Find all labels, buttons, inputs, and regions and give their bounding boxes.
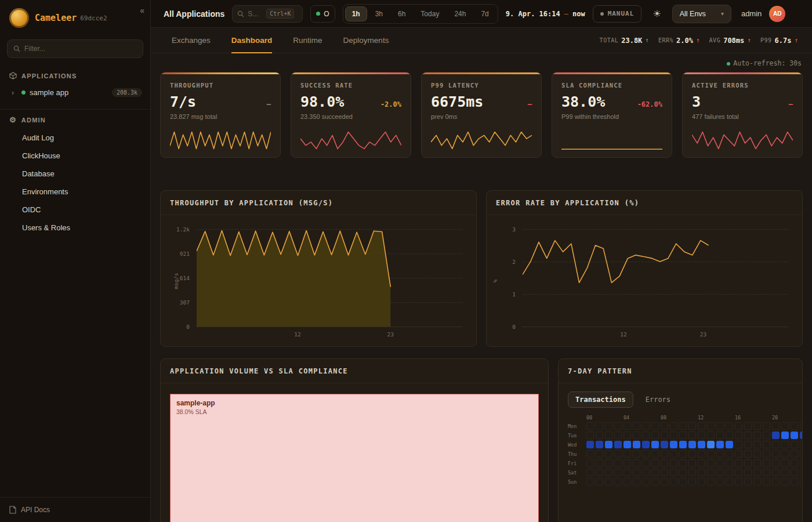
heatmap-cell[interactable] — [698, 422, 705, 430]
heatmap-cell[interactable] — [633, 432, 640, 439]
heatmap-cell[interactable] — [753, 469, 761, 476]
heatmap-cell[interactable] — [735, 432, 742, 439]
heatmap-cell[interactable] — [726, 469, 733, 476]
heatmap-cell[interactable] — [753, 478, 761, 485]
heatmap-cell[interactable] — [735, 469, 742, 476]
live-status-pill[interactable]: O — [310, 5, 335, 23]
heatmap-cell[interactable] — [753, 432, 761, 439]
heatmap-cell[interactable] — [642, 422, 650, 430]
time-range-7d[interactable]: 7d — [474, 6, 495, 21]
heatmap-cell[interactable] — [642, 441, 650, 448]
date-range-display[interactable]: 9. Apr. 16:14 – now — [506, 10, 585, 18]
heatmap-cell[interactable] — [596, 432, 603, 439]
heatmap-cell[interactable] — [716, 441, 724, 448]
time-range-6h[interactable]: 6h — [391, 6, 412, 21]
heatmap-cell[interactable] — [800, 432, 803, 439]
heatmap-cell[interactable] — [791, 478, 798, 485]
heatmap-cell[interactable] — [707, 450, 715, 458]
heatmap-cell[interactable] — [651, 469, 659, 476]
heatmap-cell[interactable] — [670, 478, 677, 485]
heatmap-cell[interactable] — [716, 478, 724, 485]
heatmap-cell[interactable] — [642, 469, 650, 476]
heatmap-cell[interactable] — [614, 459, 622, 467]
heatmap-cell[interactable] — [679, 459, 687, 467]
heatmap-cell[interactable] — [781, 432, 789, 439]
sidebar-filter[interactable] — [7, 39, 143, 58]
heatmap-cell[interactable] — [707, 422, 715, 430]
heatmap-cell[interactable] — [726, 459, 733, 467]
heatmap-cell[interactable] — [596, 469, 603, 476]
heatmap-cell[interactable] — [800, 459, 803, 467]
heatmap-cell[interactable] — [716, 432, 724, 439]
heatmap-cell[interactable] — [772, 441, 780, 448]
heatmap-cell[interactable] — [800, 450, 803, 458]
heatmap-cell[interactable] — [800, 469, 803, 476]
tab-deployments[interactable]: Deployments — [343, 28, 389, 53]
heatmap-cell[interactable] — [698, 432, 705, 439]
heatmap-cell[interactable] — [763, 432, 770, 439]
heatmap-cell[interactable] — [661, 459, 668, 467]
heatmap-cell[interactable] — [716, 459, 724, 467]
heatmap-cell[interactable] — [791, 441, 798, 448]
heatmap-cell[interactable] — [651, 432, 659, 439]
heatmap-cell[interactable] — [688, 422, 696, 430]
manual-refresh-button[interactable]: MANUAL — [593, 5, 642, 23]
heatmap-cell[interactable] — [735, 422, 742, 430]
heatmap-cell[interactable] — [605, 441, 612, 448]
heatmap-cell[interactable] — [596, 478, 603, 485]
heatmap-cell[interactable] — [772, 450, 780, 458]
heatmap-cell[interactable] — [679, 422, 687, 430]
heatmap-cell[interactable] — [670, 469, 677, 476]
heatmap-cell[interactable] — [772, 459, 780, 467]
heatmap-cell[interactable] — [744, 432, 752, 439]
sidebar-collapse-button[interactable]: « — [140, 6, 144, 15]
heatmap-cell[interactable] — [772, 432, 780, 439]
search-input[interactable] — [248, 10, 263, 18]
heatmap-cell[interactable] — [633, 422, 640, 430]
heatmap-cell[interactable] — [753, 459, 761, 467]
heatmap-cell[interactable] — [744, 478, 752, 485]
heatmap-cell[interactable] — [596, 459, 603, 467]
heatmap-cell[interactable] — [791, 432, 798, 439]
heatmap-cell[interactable] — [791, 422, 798, 430]
heatmap-cell[interactable] — [651, 422, 659, 430]
heatmap-cell[interactable] — [586, 422, 594, 430]
heatmap-cell[interactable] — [791, 469, 798, 476]
heatmap-cell[interactable] — [800, 441, 803, 448]
heatmap-cell[interactable] — [633, 441, 640, 448]
heatmap-cell[interactable] — [726, 450, 733, 458]
heatmap-cell[interactable] — [586, 469, 594, 476]
heatmap-cell[interactable] — [586, 432, 594, 439]
heatmap-cell[interactable] — [596, 441, 603, 448]
heatmap-cell[interactable] — [707, 432, 715, 439]
tab-dashboard[interactable]: Dashboard — [231, 28, 273, 53]
heatmap-cell[interactable] — [763, 422, 770, 430]
heatmap-cell[interactable] — [624, 441, 631, 448]
heatmap-cell[interactable] — [763, 478, 770, 485]
heatmap-cell[interactable] — [781, 422, 789, 430]
sidebar-item-environments[interactable]: Environments — [0, 183, 150, 201]
heatmap-cell[interactable] — [735, 478, 742, 485]
heatmap-cell[interactable] — [679, 469, 687, 476]
heatmap-cell[interactable] — [772, 478, 780, 485]
heatmap-cell[interactable] — [642, 432, 650, 439]
treemap-node-sample-app[interactable]: sample-app 38.0% SLA — [170, 394, 539, 522]
heatmap-cell[interactable] — [670, 422, 677, 430]
heatmap-cell[interactable] — [624, 469, 631, 476]
heatmap-cell[interactable] — [707, 441, 715, 448]
heatmap-cell[interactable] — [753, 422, 761, 430]
heatmap-cell[interactable] — [735, 450, 742, 458]
heatmap-cell[interactable] — [688, 441, 696, 448]
heatmap-cell[interactable] — [726, 422, 733, 430]
heatmap-cell[interactable] — [670, 441, 677, 448]
heatmap-cell[interactable] — [781, 441, 789, 448]
heatmap-cell[interactable] — [633, 450, 640, 458]
heatmap-cell[interactable] — [707, 478, 715, 485]
heatmap-cell[interactable] — [679, 441, 687, 448]
tab-runtime[interactable]: Runtime — [293, 28, 322, 53]
heatmap-cell[interactable] — [716, 469, 724, 476]
heatmap-cell[interactable] — [698, 459, 705, 467]
heatmap-cell[interactable] — [586, 441, 594, 448]
theme-toggle-button[interactable]: ☀ — [649, 6, 664, 21]
heatmap-cell[interactable] — [781, 478, 789, 485]
